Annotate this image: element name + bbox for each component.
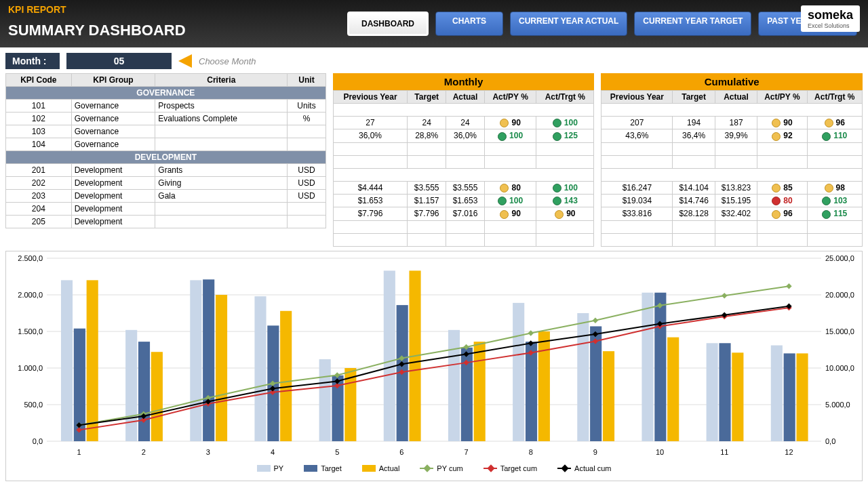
logo: somekaExcel Solutions [801, 5, 860, 32]
svg-rect-45 [280, 310, 292, 441]
svg-rect-51 [667, 337, 679, 441]
table-row: 102GovernanceEvaluations Complete% [6, 113, 326, 125]
kpi-definition-table: KPI CodeKPI GroupCriteriaUnit GOVERNANCE… [5, 73, 326, 228]
month-hint: Choose Month [199, 56, 256, 66]
cumulative-table: Previous YearTargetActualAct/PY %Act/Trg… [601, 90, 863, 247]
monthly-table: Previous YearTargetActualAct/PY %Act/Trg… [333, 90, 595, 247]
tab-dashboard[interactable]: DASHBOARD [347, 12, 429, 36]
table-row: $16.247$14.104$13.8238598 [601, 181, 863, 194]
tab-cy-actual[interactable]: CURRENT YEAR ACTUAL [510, 12, 627, 36]
svg-text:20.000,0: 20.000,0 [825, 291, 854, 299]
svg-rect-29 [771, 345, 783, 441]
svg-text:11: 11 [720, 448, 728, 456]
svg-text:2.000,0: 2.000,0 [18, 291, 43, 299]
table-row: 204Development [6, 203, 326, 216]
legend-item: PY cum [420, 464, 462, 472]
table-row: $7.796$7.796$7.0169090 [333, 207, 594, 220]
tab-cy-target[interactable]: CURRENT YEAR TARGET [634, 12, 751, 36]
tab-charts[interactable]: CHARTS [435, 12, 503, 36]
legend-item: Actual cum [557, 464, 611, 472]
table-row: 101GovernanceProspectsUnits [6, 100, 326, 113]
table-row: 43,6%36,4%39,9%92110 [601, 129, 863, 142]
table-row: 203DevelopmentGalaUSD [6, 190, 326, 203]
month-selector: Month : 05 Choose Month [5, 53, 256, 69]
svg-rect-40 [719, 343, 730, 441]
svg-rect-50 [603, 351, 614, 441]
svg-rect-26 [577, 313, 589, 441]
svg-rect-18 [61, 280, 73, 441]
cumulative-band: Cumulative [601, 73, 863, 90]
svg-text:3: 3 [206, 448, 210, 456]
legend-item: PY [257, 464, 284, 472]
report-title: KPI REPORT [8, 4, 66, 15]
svg-text:8: 8 [529, 448, 533, 456]
table-row: 104Governance [6, 138, 326, 151]
svg-text:500,0: 500,0 [24, 401, 43, 409]
svg-rect-44 [216, 295, 227, 441]
legend-item: Actual [362, 464, 400, 472]
svg-text:10: 10 [656, 448, 664, 456]
table-row: $19.034$14.746$15.19580103 [601, 194, 863, 207]
legend-item: Target cum [484, 464, 537, 472]
page-subtitle: SUMMARY DASHBOARD [8, 22, 186, 39]
svg-text:10.000,0: 10.000,0 [825, 364, 854, 372]
svg-rect-48 [474, 342, 486, 441]
table-row: 27242490100 [333, 117, 594, 129]
svg-text:4: 4 [271, 448, 275, 456]
svg-text:0,0: 0,0 [825, 437, 835, 445]
svg-text:12: 12 [785, 448, 793, 456]
svg-text:2: 2 [142, 448, 146, 456]
nav-tabs: DASHBOARD CHARTS CURRENT YEAR ACTUAL CUR… [347, 12, 857, 36]
svg-rect-22 [319, 359, 331, 441]
table-row: 201DevelopmentGrantsUSD [6, 164, 326, 177]
svg-text:1.000,0: 1.000,0 [18, 364, 43, 372]
svg-rect-27 [642, 292, 653, 441]
svg-rect-23 [384, 270, 395, 441]
svg-text:5: 5 [335, 448, 339, 456]
svg-text:15.000,0: 15.000,0 [825, 327, 854, 336]
svg-rect-39 [654, 292, 666, 441]
svg-text:1.500,0: 1.500,0 [18, 327, 43, 336]
chart-legend: PYTargetActualPY cumTarget cumActual cum [6, 462, 862, 475]
svg-rect-42 [87, 280, 98, 441]
table-row: 36,0%28,8%36,0%100125 [333, 129, 594, 142]
svg-rect-31 [138, 342, 150, 441]
svg-rect-41 [784, 353, 795, 441]
svg-rect-53 [796, 353, 808, 441]
table-row: $4.444$3.555$3.55580100 [333, 181, 594, 194]
svg-rect-43 [151, 352, 163, 441]
svg-rect-49 [538, 331, 550, 441]
table-row: 202DevelopmentGivingUSD [6, 177, 326, 190]
kpi-chart: 0,0500,01.000,01.500,02.000,02.500,00,05… [5, 251, 863, 481]
svg-rect-19 [125, 329, 137, 441]
svg-rect-24 [448, 329, 460, 441]
svg-rect-25 [513, 303, 524, 441]
legend-item: Target [304, 464, 342, 472]
svg-rect-52 [732, 352, 743, 441]
svg-text:25.000,0: 25.000,0 [825, 254, 854, 262]
arrow-left-icon [178, 54, 192, 68]
month-value[interactable]: 05 [66, 53, 172, 69]
svg-rect-20 [190, 280, 201, 441]
table-row: 2071941879096 [601, 117, 863, 129]
table-row: $33.816$28.128$32.40296115 [601, 207, 863, 220]
svg-rect-37 [526, 342, 537, 441]
header: KPI REPORT SUMMARY DASHBOARD DASHBOARD C… [0, 0, 868, 47]
svg-text:0,0: 0,0 [33, 437, 43, 445]
month-label: Month : [5, 53, 60, 69]
table-row: 103Governance [6, 125, 326, 138]
monthly-band: Monthly [333, 73, 595, 90]
svg-rect-32 [203, 279, 214, 441]
svg-rect-28 [707, 343, 718, 441]
svg-text:5.000,0: 5.000,0 [825, 401, 850, 409]
table-row: $1.653$1.157$1.653100143 [333, 194, 594, 207]
svg-rect-21 [254, 296, 266, 441]
svg-text:7: 7 [465, 448, 469, 456]
svg-text:1: 1 [77, 448, 81, 456]
table-row: 205Development [6, 216, 326, 228]
svg-text:9: 9 [593, 448, 597, 456]
svg-text:6: 6 [399, 448, 403, 456]
svg-text:2.500,0: 2.500,0 [18, 254, 43, 262]
